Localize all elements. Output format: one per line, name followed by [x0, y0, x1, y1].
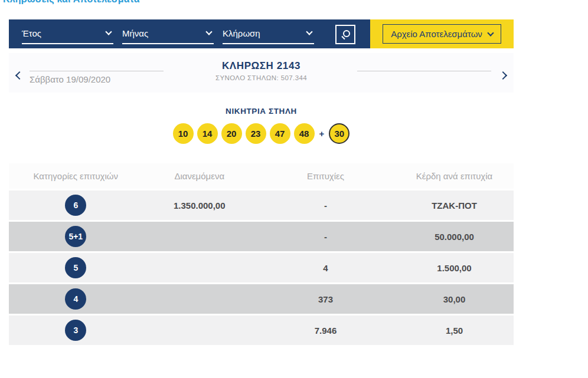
- winning-number-ball: 23: [246, 123, 266, 144]
- filter-bar-yellow: Αρχείο Αποτελεσμάτων: [370, 19, 514, 48]
- bonus-number-ball: 30: [329, 123, 349, 144]
- column-header-categories: Κατηγορίες επιτυχιών: [9, 171, 143, 181]
- chevron-down-icon: [487, 29, 494, 36]
- winning-number-ball: 47: [270, 123, 290, 144]
- next-draw-button[interactable]: [500, 70, 506, 81]
- chevron-down-icon: [205, 28, 212, 35]
- month-dropdown[interactable]: Μήνας: [122, 19, 214, 48]
- results-table: Κατηγορίες επιτυχιών Διανεμόμενα Επιτυχί…: [9, 163, 514, 345]
- category-badge: 5: [65, 257, 86, 278]
- table-row: 4 373 30,00: [9, 284, 514, 314]
- column-header-distributed: Διανεμόμενα: [143, 171, 256, 181]
- winners-value: 373: [256, 294, 395, 304]
- chevron-down-icon: [105, 28, 112, 35]
- category-badge: 4: [65, 288, 86, 310]
- distributed-value: 1.350.000,00: [143, 200, 256, 211]
- year-dropdown[interactable]: Έτος: [22, 19, 113, 48]
- divider: [357, 71, 491, 71]
- breadcrumb-link[interactable]: Κληρώσεις και Αποτελέσματα: [3, 0, 140, 5]
- table-row: 3 7.946 1,50: [9, 315, 514, 345]
- prize-value: 30,00: [395, 294, 514, 304]
- prize-value: 1,50: [395, 326, 514, 336]
- chevron-down-icon: [306, 28, 312, 35]
- filter-bar-blue: Έτος Μήνας Κλήρωση: [9, 19, 370, 48]
- breadcrumb: Κληρώσεις και Αποτελέσματα: [3, 0, 140, 6]
- prize-value: ΤΖΑΚ-ΠΟΤ: [395, 200, 514, 211]
- table-row: 6 1.350.000,00 - ΤΖΑΚ-ΠΟΤ: [9, 190, 514, 220]
- winning-number-ball: 14: [197, 123, 218, 144]
- search-icon: [341, 30, 350, 39]
- chevron-right-icon: [499, 71, 507, 80]
- main-content: Έτος Μήνας Κλήρωση: [9, 19, 514, 345]
- winners-value: 7.946: [256, 326, 395, 336]
- table-header-row: Κατηγορίες επιτυχιών Διανεμόμενα Επιτυχί…: [9, 163, 514, 189]
- winners-value: 4: [256, 263, 395, 273]
- winning-column-section: ΝΙΚΗΤΡΙΑ ΣΤΗΛΗ 10 14 20 23 47 48 + 30: [9, 107, 514, 144]
- draw-dropdown[interactable]: Κλήρωση: [223, 19, 314, 48]
- winning-number-ball: 48: [294, 123, 315, 144]
- columns-total: ΣΥΝΟΛΟ ΣΤΗΛΩΝ: 507.344: [9, 74, 514, 81]
- table-row: 5 4 1.500,00: [9, 253, 514, 282]
- winning-numbers: 10 14 20 23 47 48 + 30: [9, 123, 514, 144]
- year-dropdown-label: Έτος: [22, 28, 41, 38]
- winning-number-ball: 20: [221, 123, 242, 144]
- filter-bar: Έτος Μήνας Κλήρωση: [9, 19, 514, 48]
- draw-dropdown-label: Κλήρωση: [223, 28, 260, 38]
- draw-header-panel: Σάββατο 19/09/2020 ΚΛΗΡΩΣΗ 2143 ΣΥΝΟΛΟ Σ…: [9, 53, 514, 93]
- winners-value: -: [256, 200, 395, 211]
- search-button[interactable]: [335, 25, 355, 44]
- dropdown-underline: [22, 43, 113, 44]
- month-dropdown-label: Μήνας: [122, 28, 148, 38]
- prize-value: 1.500,00: [395, 263, 514, 273]
- category-badge: 3: [65, 320, 86, 341]
- draw-title: ΚΛΗΡΩΣΗ 2143: [9, 60, 514, 72]
- winning-number-ball: 10: [173, 123, 194, 144]
- archive-button-label: Αρχείο Αποτελεσμάτων: [391, 29, 482, 39]
- winners-value: -: [256, 232, 395, 242]
- archive-results-button[interactable]: Αρχείο Αποτελεσμάτων: [383, 24, 501, 44]
- plus-sign: +: [319, 129, 325, 139]
- prize-value: 50.000,00: [395, 232, 514, 242]
- dropdown-underline: [223, 43, 314, 44]
- winning-column-title: ΝΙΚΗΤΡΙΑ ΣΤΗΛΗ: [9, 107, 514, 116]
- category-badge: 5+1: [65, 226, 86, 247]
- column-header-winners: Επιτυχίες: [256, 171, 395, 181]
- column-header-prize: Κέρδη ανά επιτυχία: [395, 171, 514, 181]
- dropdown-underline: [122, 43, 214, 44]
- table-row: 5+1 - 50.000,00: [9, 222, 514, 251]
- category-badge: 6: [65, 195, 86, 216]
